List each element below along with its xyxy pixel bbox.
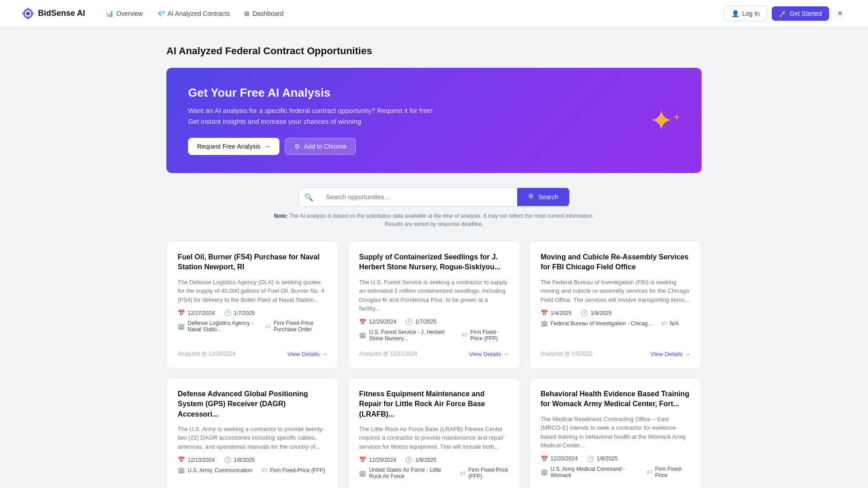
contract-title: Moving and Cubicle Re-Assembly Services …: [541, 252, 690, 272]
brand-name: BidSense AI: [38, 9, 85, 18]
main-nav: 📊 Overview 💎 AI Analyzed Contracts ⊞ Das…: [99, 7, 290, 20]
agency: 🏢 U.S. Army Medical Command - Womack: [541, 466, 637, 479]
dates-row: 📅 12/20/2024 🕐 1/7/2025: [359, 319, 509, 325]
card-footer: View Details →: [178, 485, 327, 488]
page-title: AI Analyzed Federal Contract Opportuniti…: [166, 45, 702, 57]
posted-date: 📅 12/20/2024: [359, 456, 396, 463]
logo-icon: [22, 7, 34, 20]
dates-row: 📅 12/13/2024 🕐 1/8/2025: [178, 456, 327, 463]
nav-dashboard[interactable]: ⊞ Dashboard: [238, 7, 290, 20]
navbar: BidSense AI 📊 Overview 💎 AI Analyzed Con…: [0, 0, 868, 27]
contract-meta: 📅 1/4/2025 🕐 1/8/2025 🏢 Federal Bureau o…: [541, 310, 690, 327]
deadline-date: 🕐 1/8/2025: [580, 310, 612, 316]
contract-description: The Little Rock Air Force Base (LRAFB) F…: [359, 425, 509, 451]
calendar-icon: 📅: [178, 456, 185, 463]
arrow-icon: →: [503, 351, 509, 357]
dates-row: 📅 1/4/2025 🕐 1/8/2025: [541, 310, 690, 316]
search-note: Note: The AI analysis is based on the so…: [166, 212, 702, 228]
agency: 🏢 U.S. Army, Communication: [178, 467, 252, 474]
contract-card: Moving and Cubicle Re-Assembly Services …: [529, 241, 702, 369]
deadline-date: 🕐 1/8/2025: [405, 456, 436, 463]
contract-card: Fuel Oil, Burner (FS4) Purchase for Nava…: [166, 241, 339, 369]
nav-overview[interactable]: 📊 Overview: [99, 7, 149, 20]
svg-point-2: [26, 12, 30, 15]
contracts-grid: Fuel Oil, Burner (FS4) Purchase for Nava…: [166, 241, 702, 488]
posted-date: 📅 12/20/2024: [359, 319, 396, 325]
arrow-icon: →: [321, 351, 327, 357]
clock-icon: 🕐: [224, 456, 231, 463]
contract-title: Defense Advanced Global Positioning Syst…: [178, 389, 327, 419]
contract-type: 🏷 Firm Fixed-Price: [646, 466, 690, 479]
view-details-link[interactable]: View Details →: [288, 351, 327, 357]
contract-description: The U.S. Army is seeking a contractor to…: [178, 425, 327, 451]
contract-meta: 📅 12/20/2024 🕐 1/8/2025 🏢 U.S. Army Medi…: [541, 455, 690, 479]
calendar-icon: 📅: [359, 319, 366, 325]
arrow-icon: →: [684, 351, 690, 357]
calendar-icon: 📅: [541, 455, 548, 462]
navbar-right: 👤 Log In 🚀 Get Started ☀: [724, 6, 846, 21]
promo-banner: ✦+ Get Your Free AI Analysis Want an AI …: [166, 68, 702, 173]
card-footer: View Details →: [359, 485, 509, 488]
contract-description: The Federal Bureau of Investigation (FBI…: [541, 278, 690, 305]
contract-meta: 📅 12/20/2024 🕐 1/7/2025 🏢 U.S. Forest Se…: [359, 319, 509, 342]
arrow-right-icon: →: [264, 143, 270, 150]
building-icon: 🏢: [541, 469, 548, 475]
search-btn-icon: 🔍: [528, 193, 536, 201]
navbar-left: BidSense AI 📊 Overview 💎 AI Analyzed Con…: [22, 7, 290, 20]
agency-row: 🏢 Federal Bureau of Investigation - Chic…: [541, 320, 690, 327]
agency-row: 🏢 Defense Logistics Agency - Naval Stati…: [178, 320, 327, 333]
contract-type: 🏷 Firm Fixed-Price Purchase Order: [265, 320, 327, 333]
posted-date: 📅 12/27/2024: [178, 310, 215, 316]
calendar-icon: 📅: [178, 310, 185, 316]
agency-row: 🏢 U.S. Army Medical Command - Womack 🏷 F…: [541, 466, 690, 479]
posted-date: 📅 1/4/2025: [541, 310, 572, 316]
dates-row: 📅 12/27/2024 🕐 1/7/2025: [178, 310, 327, 316]
tag-icon: 🏷: [261, 467, 267, 474]
agency: 🏢 Defense Logistics Agency - Naval Stati…: [178, 320, 256, 333]
analyzed-date: Analyzed @ 12/21/2024: [359, 351, 417, 357]
agency: 🏢 United States Air Force - Little Rock …: [359, 467, 451, 479]
search-icon: 🔍: [299, 188, 319, 206]
calendar-icon: 📅: [359, 456, 366, 463]
view-details-link[interactable]: View Details →: [651, 351, 690, 357]
clock-icon: 🕐: [224, 310, 231, 316]
contract-meta: 📅 12/13/2024 🕐 1/8/2025 🏢 U.S. Army, Com…: [178, 456, 327, 474]
card-footer: Analyzed @ 12/21/2024 View Details →: [359, 347, 509, 357]
logo[interactable]: BidSense AI: [22, 7, 85, 20]
contract-card: Fitness Equipment Maintenance and Repair…: [348, 378, 520, 488]
view-details-link[interactable]: View Details →: [469, 351, 509, 357]
agency-row: 🏢 U.S. Army, Communication 🏷 Firm Fixed-…: [178, 467, 327, 474]
card-footer: Analyzed @ 1/5/2025 View Details →: [541, 347, 690, 357]
get-started-button[interactable]: 🚀 Get Started: [772, 6, 829, 21]
overview-icon: 📊: [106, 10, 113, 17]
banner-title: Get Your Free AI Analysis: [188, 86, 680, 100]
contract-title: Behavioral Health Evidence Based Trainin…: [541, 389, 690, 409]
theme-toggle-button[interactable]: ☀: [834, 6, 846, 21]
search-section: 🔍 🔍 Search: [166, 188, 702, 206]
add-to-chrome-button[interactable]: ⚙ Add to Chrome: [285, 138, 356, 155]
agency: 🏢 Federal Bureau of Investigation - Chic…: [541, 320, 652, 327]
deadline-date: 🕐 1/8/2025: [587, 455, 618, 462]
analyzed-date: Analyzed @ 1/5/2025: [541, 351, 593, 357]
card-footer: View Details →: [541, 485, 690, 488]
contract-meta: 📅 12/20/2024 🕐 1/8/2025 🏢 United States …: [359, 456, 509, 479]
deadline-date: 🕐 1/7/2025: [405, 319, 436, 325]
search-input[interactable]: [319, 188, 517, 206]
login-icon: 👤: [731, 10, 739, 17]
tag-icon: 🏷: [646, 469, 652, 475]
agency-row: 🏢 U.S. Forest Service - J. Herbert Stone…: [359, 329, 509, 342]
contract-description: The U.S. Forest Service is seeking a con…: [359, 278, 509, 313]
login-button[interactable]: 👤 Log In: [724, 6, 767, 21]
contract-description: The Medical Readiness Contracting Office…: [541, 415, 690, 450]
contract-card: Defense Advanced Global Positioning Syst…: [166, 378, 339, 488]
agency-row: 🏢 United States Air Force - Little Rock …: [359, 467, 509, 479]
request-analysis-button[interactable]: Request Free Analysis →: [188, 138, 279, 155]
contract-title: Fitness Equipment Maintenance and Repair…: [359, 389, 509, 419]
dates-row: 📅 12/20/2024 🕐 1/8/2025: [359, 456, 509, 463]
search-button[interactable]: 🔍 Search: [517, 188, 569, 206]
contract-type: 🏷 Firm Fixed-Price (FFP): [460, 467, 509, 479]
building-icon: 🏢: [359, 332, 366, 338]
nav-ai-analyzed[interactable]: 💎 AI Analyzed Contracts: [151, 7, 236, 20]
ai-analyzed-icon: 💎: [157, 10, 165, 17]
search-bar: 🔍 🔍 Search: [298, 188, 570, 206]
